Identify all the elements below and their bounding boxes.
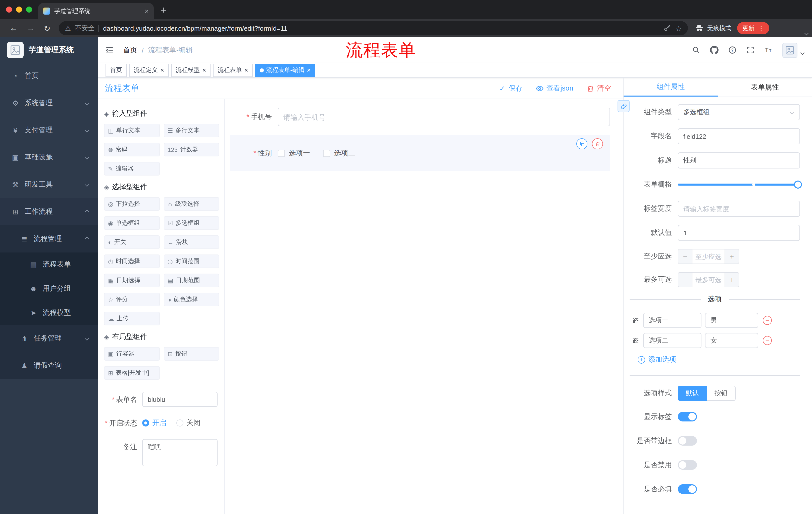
palette-item-select[interactable]: ◎ 下拉选择 (104, 197, 160, 211)
checkbox-icon[interactable] (278, 150, 285, 157)
phone-input[interactable] (278, 108, 610, 126)
address-bar[interactable]: ⚠ 不安全 dashboard.yudao.iocoder.cn/bpm/man… (59, 21, 688, 35)
sidebar-item-home[interactable]: ◔ 首页 (0, 62, 98, 89)
option-value-input[interactable] (705, 313, 758, 328)
palette-item-checkbox-group[interactable]: ☑ 多选框组 (164, 216, 219, 230)
default-value-input[interactable] (678, 225, 800, 241)
phone-field-row[interactable]: *手机号 (230, 108, 610, 126)
sidebar-item-process-form[interactable]: ▤ 流程表单 (0, 252, 98, 277)
option-label-input[interactable] (643, 333, 701, 348)
palette-item-editor[interactable]: ✎ 编辑器 (104, 162, 160, 175)
palette-item-color-picker[interactable]: ◑ 颜色选择 (164, 293, 219, 306)
minimize-window-button[interactable] (16, 6, 22, 12)
sidebar-item-user-group[interactable]: ☻ 用户分组 (0, 277, 98, 301)
component-type-select[interactable]: 多选框组 (678, 104, 800, 120)
radio-enabled[interactable]: 开启 (142, 418, 166, 428)
close-icon[interactable]: × (244, 67, 248, 74)
sidebar-item-dev-tools[interactable]: ⚒ 研发工具 (0, 171, 98, 198)
bookmark-star-icon[interactable]: ☆ (675, 24, 682, 32)
clear-button[interactable]: 清空 (586, 84, 611, 93)
github-icon[interactable] (710, 46, 719, 54)
back-icon[interactable]: ← (9, 24, 18, 33)
grid-slider[interactable] (678, 177, 800, 193)
menu-kebab-icon[interactable]: ⋮ (758, 24, 764, 32)
field-name-input[interactable] (678, 128, 800, 144)
close-icon[interactable]: × (307, 67, 311, 74)
form-name-input[interactable] (142, 392, 218, 407)
plus-button[interactable]: + (725, 249, 738, 264)
palette-item-button[interactable]: ⊡ 按钮 (164, 347, 219, 360)
palette-item-date-range[interactable]: ▤ 日期范围 (164, 274, 219, 287)
slider-track[interactable] (678, 184, 799, 186)
hamburger-icon[interactable] (105, 46, 114, 55)
tab-form-props[interactable]: 表单属性 (718, 78, 812, 97)
palette-item-textarea[interactable]: ☰ 多行文本 (164, 124, 219, 137)
tab-process-definition[interactable]: 流程定义 × (129, 64, 169, 77)
palette-item-password[interactable]: ⊛ 密码 (104, 143, 160, 156)
toggle-with-border[interactable] (678, 436, 697, 445)
palette-item-switch[interactable]: ◐ 开关 (104, 235, 160, 249)
breadcrumb-home[interactable]: 首页 (123, 46, 137, 55)
palette-item-date-picker[interactable]: ▦ 日期选择 (104, 274, 160, 287)
forward-icon[interactable]: → (27, 24, 35, 33)
copy-component-button[interactable] (576, 138, 587, 150)
checkbox-option-2[interactable]: 选项二 (323, 149, 355, 158)
selected-component[interactable]: *性别 选项一 选项二 (230, 135, 610, 171)
option-label-input[interactable] (643, 313, 701, 328)
tab-component-props[interactable]: 组件属性 (624, 78, 718, 97)
tab-process-model[interactable]: 流程模型 × (171, 64, 210, 77)
new-tab-button[interactable]: + (161, 3, 167, 17)
window-controls[interactable] (6, 6, 32, 12)
palette-item-counter[interactable]: 123 计数器 (164, 143, 219, 156)
sidebar-item-payment-management[interactable]: ¥ 支付管理 (0, 117, 98, 144)
toggle-show-label[interactable] (678, 412, 697, 422)
remove-option-button[interactable]: − (763, 316, 772, 325)
reload-icon[interactable]: ↻ (44, 23, 51, 33)
tag-width-input[interactable] (678, 201, 800, 217)
min-select-input[interactable] (692, 249, 725, 264)
drag-handle-icon[interactable] (632, 316, 640, 324)
tab-process-form-edit[interactable]: 流程表单-编辑 × (255, 64, 315, 77)
checkbox-option-1[interactable]: 选项一 (278, 149, 310, 158)
sidebar-item-process-model[interactable]: ➤ 流程模型 (0, 301, 98, 325)
remove-option-button[interactable]: − (763, 336, 772, 345)
tab-process-form[interactable]: 流程表单 × (213, 64, 253, 77)
toggle-disabled[interactable] (678, 460, 697, 470)
gender-field-row[interactable]: *性别 选项一 选项二 (230, 149, 601, 158)
palette-item-row-container[interactable]: ▣ 行容器 (104, 347, 160, 360)
close-window-button[interactable] (6, 6, 12, 12)
minus-button[interactable]: − (678, 273, 692, 287)
palette-item-table[interactable]: ⊞ 表格[开发中] (104, 366, 160, 380)
remark-textarea[interactable] (142, 439, 218, 466)
plus-button[interactable]: + (725, 273, 738, 287)
sidebar-item-task-management[interactable]: ⋔ 任务管理 (0, 325, 98, 352)
update-button[interactable]: 更新 ⋮ (737, 22, 770, 34)
palette-item-time-picker[interactable]: ◷ 时间选择 (104, 254, 160, 268)
sidebar-item-workflow[interactable]: ⊞ 工作流程 (0, 198, 98, 225)
view-json-button[interactable]: 查看json (536, 84, 573, 93)
form-canvas[interactable]: *手机号 *性别 (225, 99, 623, 514)
user-avatar[interactable] (782, 43, 798, 58)
palette-item-slider[interactable]: ↔ 滑块 (164, 235, 219, 249)
fullscreen-icon[interactable] (746, 46, 755, 54)
palette-item-time-range[interactable]: ◶ 时间范围 (164, 254, 219, 268)
help-icon[interactable]: ? (728, 46, 736, 54)
tab-close-icon[interactable]: × (145, 7, 149, 15)
sidebar-item-infrastructure[interactable]: ▣ 基础设施 (0, 144, 98, 171)
add-option-button[interactable]: + 添加选项 (638, 355, 800, 364)
palette-item-input-text[interactable]: ◫ 单行文本 (104, 124, 160, 137)
palette-item-radio-group[interactable]: ◉ 单选框组 (104, 216, 160, 230)
password-key-icon[interactable] (663, 24, 671, 32)
sidebar-item-system-management[interactable]: ⚙ 系统管理 (0, 89, 98, 117)
close-icon[interactable]: × (160, 67, 164, 74)
checkbox-icon[interactable] (323, 150, 330, 157)
option-value-input[interactable] (705, 333, 758, 348)
delete-component-button[interactable] (592, 138, 603, 150)
close-icon[interactable]: × (202, 67, 206, 74)
palette-item-upload[interactable]: ☁ 上传 (104, 312, 160, 325)
style-button-button[interactable]: 按钮 (707, 386, 736, 401)
browser-tab[interactable]: 芋道管理系统 × (38, 3, 154, 19)
font-size-icon[interactable]: TT (764, 46, 773, 54)
chevron-down-icon[interactable] (805, 28, 808, 36)
minus-button[interactable]: − (678, 249, 692, 264)
